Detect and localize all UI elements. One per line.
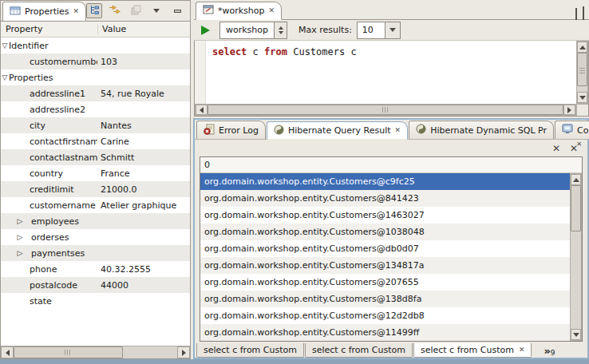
maximize-icon xyxy=(583,6,584,20)
results-vscrollbar[interactable] xyxy=(570,173,582,341)
max-results-dropdown[interactable] xyxy=(385,22,401,39)
error-log-icon xyxy=(204,124,215,137)
column-value[interactable]: Value xyxy=(98,24,126,34)
result-row[interactable]: org.domain.workshop.entity.Customers@db0… xyxy=(200,240,570,257)
scroll-up-icon[interactable] xyxy=(571,174,581,185)
table-icon xyxy=(10,6,21,18)
property-row[interactable]: contactlastnameSchmitt xyxy=(1,149,190,165)
scroll-right-icon[interactable] xyxy=(563,105,575,115)
view-menu-button[interactable] xyxy=(148,3,164,18)
scrollbar-thumb[interactable] xyxy=(577,53,587,86)
property-row[interactable]: creditlimit21000.0 xyxy=(1,181,190,197)
property-row[interactable]: ▷paymentses xyxy=(1,245,190,261)
property-name: customername xyxy=(30,200,97,211)
tab-hibernate-query-result[interactable]: Hibernate Query Result✕ xyxy=(267,121,408,140)
properties-hscrollbar[interactable] xyxy=(1,346,190,358)
remove-icon[interactable]: ✕ xyxy=(552,144,560,153)
property-value: Schmitt xyxy=(97,152,134,163)
editor-hscrollbar[interactable] xyxy=(195,104,576,116)
scroll-down-icon[interactable] xyxy=(571,329,581,340)
results-column-header[interactable]: 0 xyxy=(200,157,582,173)
tab-workshop-editor[interactable]: *workshop ✕ xyxy=(196,2,282,20)
show-advanced-button[interactable] xyxy=(107,3,123,18)
editor-content[interactable]: select c from Customers c xyxy=(194,41,589,117)
scroll-down-icon[interactable] xyxy=(577,92,587,103)
tab-properties[interactable]: Properties ✕ xyxy=(2,2,86,21)
scrollbar-thumb[interactable] xyxy=(208,105,563,115)
page-tab[interactable]: select c from Custom xyxy=(305,343,413,358)
property-name: postalcode xyxy=(30,280,97,291)
close-icon[interactable]: ✕ xyxy=(519,346,525,354)
result-value: org.domain.workshop.entity.Customers@138… xyxy=(204,294,421,304)
window-bottom-border xyxy=(0,359,589,364)
scroll-left-icon[interactable] xyxy=(1,346,14,358)
property-value: 21000.0 xyxy=(97,184,137,195)
scroll-left-icon[interactable] xyxy=(196,105,208,115)
result-row[interactable]: org.domain.workshop.entity.Customers@114… xyxy=(200,324,570,341)
property-row[interactable]: ▷employees xyxy=(1,213,190,229)
tab-error-log[interactable]: Error Log xyxy=(196,121,266,139)
category-row[interactable]: ▽Properties xyxy=(1,69,190,85)
expand-arrow-icon[interactable]: ▷ xyxy=(16,250,24,257)
tab-console[interactable]: Console xyxy=(555,121,589,139)
tab-hibernate-dynamic-sql-pr[interactable]: Hibernate Dynamic SQL Pr xyxy=(409,121,554,139)
property-row[interactable]: state xyxy=(1,293,190,309)
collapse-arrow-icon[interactable]: ▽ xyxy=(1,74,9,81)
property-row[interactable]: customernameAtelier graphique xyxy=(1,197,190,213)
property-row[interactable]: countryFrance xyxy=(1,165,190,181)
property-row[interactable]: cityNantes xyxy=(1,117,190,133)
result-row[interactable]: org.domain.workshop.entity.Customers@146… xyxy=(200,207,570,224)
scrollbar-thumb[interactable] xyxy=(571,185,581,231)
minimize-icon xyxy=(575,8,577,20)
collapse-arrow-icon[interactable]: ▽ xyxy=(1,42,9,49)
property-row[interactable]: addressline154, rue Royale xyxy=(1,85,190,101)
editor-gutter xyxy=(195,41,206,104)
run-icon[interactable] xyxy=(201,26,210,35)
overflow-count: 9 xyxy=(551,349,555,357)
property-name: contactlastname xyxy=(30,152,97,163)
result-row[interactable]: org.domain.workshop.entity.Customers@c9f… xyxy=(200,173,570,190)
result-row[interactable]: org.domain.workshop.entity.Customers@138… xyxy=(200,291,570,307)
property-row[interactable]: postalcode44000 xyxy=(1,277,190,293)
property-row[interactable]: addressline2 xyxy=(1,101,190,117)
result-row[interactable]: org.domain.workshop.entity.Customers@12d… xyxy=(200,307,570,324)
property-row[interactable]: phone40.32.2555 xyxy=(1,261,190,277)
result-row[interactable]: org.domain.workshop.entity.Customers@207… xyxy=(200,274,570,291)
maximize-button[interactable] xyxy=(583,9,584,19)
scroll-up-icon[interactable] xyxy=(577,42,587,53)
result-row[interactable]: org.domain.workshop.entity.Customers@103… xyxy=(200,224,570,240)
scrollbar-thumb[interactable] xyxy=(14,346,123,358)
property-row[interactable]: ▷orderses xyxy=(1,229,190,245)
tab-overflow-button[interactable]: »9 xyxy=(544,343,555,358)
column-property[interactable]: Property xyxy=(1,24,98,34)
results-toolbar: ✕ ✕✕ xyxy=(195,140,587,156)
spinner-icon[interactable] xyxy=(274,22,287,38)
close-icon[interactable]: ✕ xyxy=(269,7,275,14)
properties-view-header: Properties ✕ xyxy=(1,1,190,22)
expand-arrow-icon[interactable]: ▷ xyxy=(16,234,24,241)
minimize-icon xyxy=(174,10,181,13)
tab-workshop-label: *workshop xyxy=(218,6,265,16)
minimize-button[interactable] xyxy=(169,3,185,18)
page-tab[interactable]: select c from Custom xyxy=(196,343,304,358)
editor-vscrollbar[interactable] xyxy=(576,41,588,104)
result-value: org.domain.workshop.entity.Customers@146… xyxy=(204,210,425,220)
category-row[interactable]: ▽Identifier xyxy=(1,38,190,53)
property-name: employees xyxy=(31,216,79,227)
remove-all-icon[interactable]: ✕✕ xyxy=(570,144,578,153)
show-tree-button[interactable] xyxy=(86,3,102,18)
close-icon[interactable]: ✕ xyxy=(73,8,80,15)
close-icon[interactable]: ✕ xyxy=(395,127,401,134)
max-results-input[interactable]: 10 xyxy=(357,22,385,39)
property-row[interactable]: contactfirstnameCarine xyxy=(1,133,190,149)
property-value: 103 xyxy=(97,57,117,67)
scroll-right-icon[interactable] xyxy=(177,346,190,358)
query-text[interactable]: select c from Customers c xyxy=(212,46,357,57)
query-name-combo[interactable]: workshop xyxy=(219,22,287,39)
page-tab[interactable]: select c from Custom✕ xyxy=(413,343,532,358)
property-row[interactable]: customernumbe103 xyxy=(1,53,190,69)
expand-arrow-icon[interactable]: ▷ xyxy=(16,218,24,225)
result-row[interactable]: org.domain.workshop.entity.Customers@841… xyxy=(200,190,570,207)
minimize-button[interactable] xyxy=(575,9,577,19)
result-row[interactable]: org.domain.workshop.entity.Customers@134… xyxy=(200,257,570,274)
